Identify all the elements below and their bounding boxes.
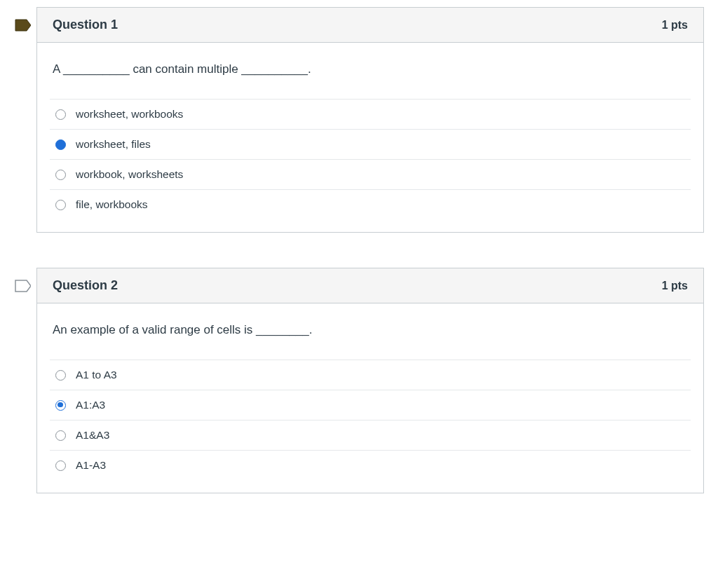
question-points: 1 pts — [662, 19, 688, 32]
question-marker-icon — [14, 17, 31, 34]
question-header: Question 2 1 pts — [37, 268, 703, 303]
answer-label: A1 to A3 — [76, 369, 117, 381]
question-2: Question 2 1 pts An example of a valid r… — [14, 268, 704, 493]
question-box: Question 1 1 pts A __________ can contai… — [36, 7, 704, 233]
question-body: An example of a valid range of cells is … — [37, 303, 703, 493]
question-marker-icon — [14, 278, 31, 294]
question-1: Question 1 1 pts A __________ can contai… — [14, 7, 704, 233]
question-prompt: A __________ can contain multiple ______… — [50, 43, 691, 99]
question-points: 1 pts — [662, 280, 688, 292]
radio-icon — [55, 370, 66, 381]
radio-icon — [55, 400, 66, 411]
radio-icon — [55, 139, 66, 150]
answer-label: A1:A3 — [76, 399, 105, 411]
radio-icon — [55, 109, 66, 120]
answer-label: A1&A3 — [76, 429, 109, 442]
answer-label: worksheet, files — [76, 138, 151, 151]
answer-option[interactable]: A1:A3 — [50, 390, 691, 420]
answer-option[interactable]: worksheet, files — [50, 129, 691, 159]
radio-icon — [55, 170, 66, 180]
radio-icon — [55, 430, 66, 441]
question-title: Question 2 — [53, 278, 118, 293]
radio-icon — [55, 200, 66, 210]
answer-option[interactable]: A1-A3 — [50, 450, 691, 480]
answer-label: workbook, worksheets — [76, 168, 183, 181]
question-title: Question 1 — [53, 18, 118, 32]
question-header: Question 1 1 pts — [37, 8, 703, 43]
answer-list: worksheet, workbooks worksheet, files wo… — [50, 99, 691, 219]
answer-option[interactable]: workbook, worksheets — [50, 159, 691, 189]
answer-option[interactable]: A1 to A3 — [50, 360, 691, 390]
question-prompt: An example of a valid range of cells is … — [50, 303, 691, 360]
answer-label: A1-A3 — [76, 459, 106, 472]
question-box: Question 2 1 pts An example of a valid r… — [36, 268, 704, 493]
question-body: A __________ can contain multiple ______… — [37, 43, 703, 232]
answer-label: file, workbooks — [76, 198, 148, 211]
answer-option[interactable]: worksheet, workbooks — [50, 99, 691, 129]
answer-option[interactable]: A1&A3 — [50, 420, 691, 450]
radio-icon — [55, 460, 66, 471]
answer-label: worksheet, workbooks — [76, 108, 183, 121]
answer-list: A1 to A3 A1:A3 A1&A3 A1-A3 — [50, 360, 691, 480]
answer-option[interactable]: file, workbooks — [50, 189, 691, 219]
